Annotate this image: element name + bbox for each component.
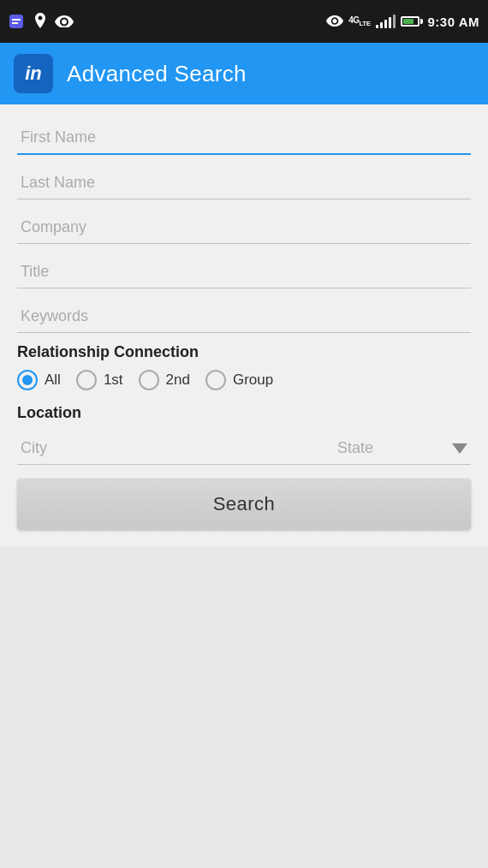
status-time: 9:30 AM: [428, 15, 479, 29]
title-input[interactable]: [17, 254, 471, 288]
radio-circle-2nd: [139, 370, 159, 390]
location-icon: [31, 12, 50, 31]
radio-option-all[interactable]: All: [17, 370, 61, 390]
eye-icon: [55, 12, 74, 31]
radio-label-2nd: 2nd: [166, 372, 190, 389]
city-input[interactable]: [17, 431, 334, 465]
radio-option-group[interactable]: Group: [205, 370, 273, 390]
status-bar: 4GLTE 9:30 AM: [0, 0, 488, 43]
radio-option-2nd[interactable]: 2nd: [139, 370, 190, 390]
last-name-input[interactable]: [17, 165, 471, 199]
relationship-radio-group: All 1st 2nd Group: [17, 370, 471, 390]
svg-rect-1: [12, 19, 21, 21]
visibility-icon: [326, 15, 343, 27]
lte-indicator: 4GLTE: [348, 15, 370, 27]
battery-indicator: [401, 16, 423, 27]
state-placeholder: State: [337, 439, 373, 457]
radio-label-1st: 1st: [104, 372, 123, 389]
status-right-icons: 4GLTE 9:30 AM: [326, 15, 479, 29]
page-title: Advanced Search: [67, 61, 247, 87]
radio-circle-group: [205, 370, 226, 390]
location-row: State: [17, 431, 471, 465]
svg-rect-2: [12, 22, 18, 24]
app-bar: in Advanced Search: [0, 43, 488, 104]
radio-option-1st[interactable]: 1st: [76, 370, 123, 390]
main-content: Relationship Connection All 1st 2nd Grou…: [0, 104, 488, 547]
company-input[interactable]: [17, 210, 471, 244]
app-logo: in: [14, 54, 53, 93]
relationship-label: Relationship Connection: [17, 343, 471, 361]
dropdown-arrow-icon: [452, 443, 467, 454]
search-button[interactable]: Search: [17, 479, 471, 530]
keywords-input[interactable]: [17, 299, 471, 333]
radio-circle-all: [17, 370, 38, 390]
radio-label-group: Group: [233, 372, 273, 389]
state-dropdown[interactable]: State: [334, 431, 471, 465]
first-name-input[interactable]: [17, 120, 471, 155]
signal-strength: [376, 15, 396, 28]
location-label: Location: [17, 404, 471, 422]
radio-circle-1st: [76, 370, 97, 390]
radio-label-all: All: [45, 372, 61, 389]
status-left-icons: [7, 12, 74, 31]
svg-rect-0: [9, 15, 23, 28]
app-logo-text: in: [25, 62, 42, 85]
radio-inner-all: [22, 375, 33, 385]
app-icon-1: [7, 12, 26, 31]
